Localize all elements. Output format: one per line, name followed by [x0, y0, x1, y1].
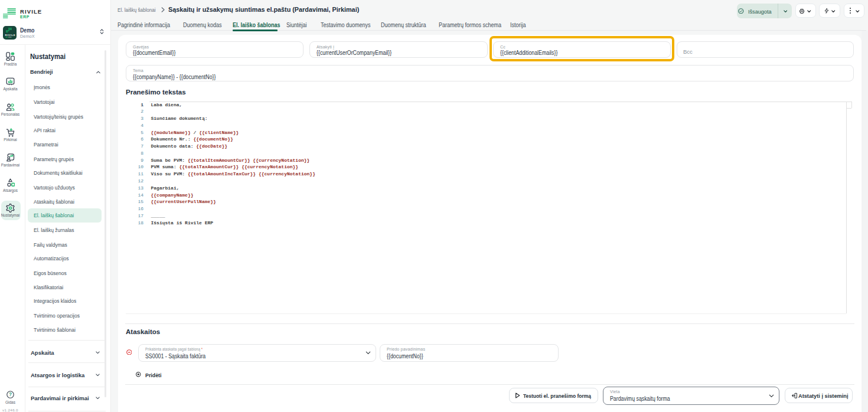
- svg-text:?: ?: [9, 392, 12, 397]
- svg-text:RIVILE: RIVILE: [5, 34, 15, 37]
